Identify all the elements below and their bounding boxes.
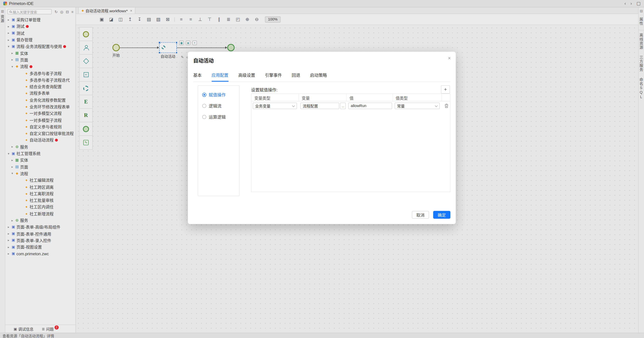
dialog-tab[interactable]: 应用配置 bbox=[212, 72, 228, 82]
dialog-tabs: 基本应用配置高级设置引擎事件回退启动策略 bbox=[193, 72, 450, 82]
chevron-down-icon bbox=[292, 104, 295, 107]
delete-row-button[interactable] bbox=[443, 104, 449, 108]
trash-icon bbox=[444, 104, 449, 108]
table-row: 业务变量 流程配置 ... allowRun bbox=[252, 102, 450, 110]
var-type-select[interactable]: 业务变量 bbox=[252, 102, 297, 109]
variable-value: 流程配置 bbox=[303, 103, 318, 109]
dialog-tab[interactable]: 引擎事件 bbox=[265, 72, 282, 82]
table-header: 变量类型变量值值类型 bbox=[252, 94, 450, 102]
section-title: 设置赋值操作: bbox=[251, 86, 278, 93]
option-row[interactable]: 逻辑流 bbox=[198, 100, 239, 111]
ok-button[interactable]: 确定 bbox=[433, 211, 450, 219]
dialog-tab[interactable]: 基本 bbox=[193, 72, 202, 82]
option-label: 赋值操作 bbox=[209, 92, 226, 98]
table-header-cell: 变量类型 bbox=[252, 94, 299, 101]
dialog-title: 自动活动 bbox=[193, 56, 214, 64]
option-row[interactable]: 运算逻辑 bbox=[198, 111, 239, 122]
radio-icon[interactable] bbox=[202, 92, 206, 96]
dialog-tab[interactable]: 高级设置 bbox=[238, 72, 255, 82]
table-header-cell: 值类型 bbox=[393, 94, 442, 101]
auto-activity-dialog: 自动活动 × 基本应用配置高级设置引擎事件回退启动策略 赋值操作逻辑流运算逻辑 … bbox=[188, 52, 456, 224]
value-type-cell: 常量 bbox=[394, 102, 443, 109]
value-cell: allowRun bbox=[347, 102, 393, 109]
cancel-button[interactable]: 取消 bbox=[412, 211, 429, 219]
variable-cell: 流程配置 ... bbox=[299, 102, 347, 109]
option-label: 逻辑流 bbox=[209, 102, 222, 109]
add-row-button[interactable]: + bbox=[441, 85, 450, 94]
dialog-close-icon[interactable]: × bbox=[448, 56, 451, 61]
var-type-cell: 业务变量 bbox=[252, 102, 299, 109]
dialog-option-panel: 赋值操作逻辑流运算逻辑 bbox=[198, 85, 240, 196]
radio-icon[interactable] bbox=[202, 104, 206, 108]
app-window: Primeton-IDE ‹›▢ ▥ 资源 输入关键字搜索 ↻◎⊟≡ ▸▣采购订… bbox=[0, 0, 644, 338]
dialog-tab[interactable]: 回退 bbox=[292, 72, 300, 82]
variable-input[interactable]: 流程配置 bbox=[300, 102, 339, 109]
dialog-tab[interactable]: 启动策略 bbox=[310, 72, 327, 82]
value-text: allowRun bbox=[351, 104, 366, 108]
option-label: 运算逻辑 bbox=[209, 114, 226, 120]
table-header-cell bbox=[442, 94, 450, 101]
value-type-value: 常量 bbox=[397, 103, 405, 109]
value-type-select[interactable]: 常量 bbox=[395, 102, 440, 109]
assignment-table: 变量类型变量值值类型 业务变量 流程配置 ... allowRun bbox=[251, 94, 450, 192]
dialog-footer: 取消 确定 bbox=[412, 211, 450, 219]
radio-icon[interactable] bbox=[202, 115, 206, 119]
option-row[interactable]: 赋值操作 bbox=[198, 89, 239, 100]
table-header-cell: 变量 bbox=[299, 94, 346, 101]
var-type-value: 业务变量 bbox=[255, 103, 270, 109]
chevron-down-icon bbox=[435, 104, 438, 107]
table-header-cell: 值 bbox=[346, 94, 393, 101]
value-input[interactable]: allowRun bbox=[348, 102, 392, 109]
variable-picker-button[interactable]: ... bbox=[340, 102, 346, 109]
